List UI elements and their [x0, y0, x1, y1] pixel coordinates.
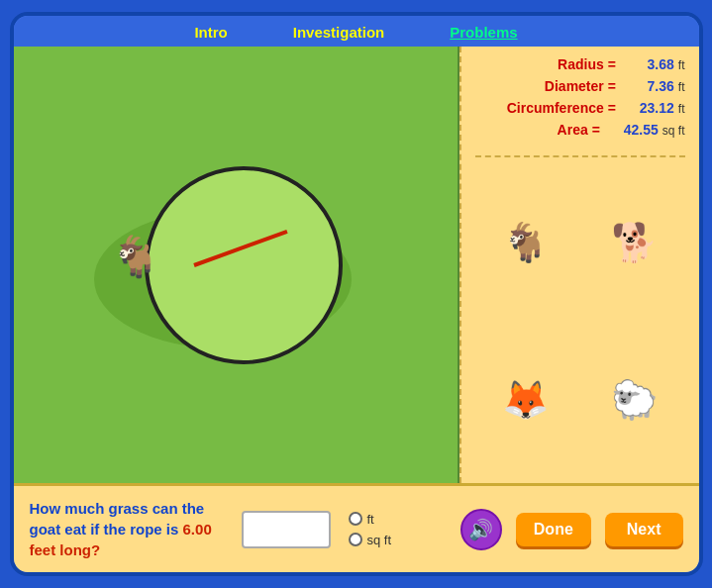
question-text: How much grass can the goat eat if the r… — [30, 498, 228, 560]
radius-row: Radius = 3.68 ft — [475, 56, 685, 72]
measurements-panel: Radius = 3.68 ft Diameter = 7.36 ft Circ… — [475, 56, 685, 138]
nav-bar: Intro Investigation Problems — [14, 16, 699, 47]
area-value: 42.55 — [604, 122, 659, 138]
bottom-strip: How much grass can the goat eat if the r… — [14, 483, 699, 572]
diameter-unit: ft — [678, 80, 685, 94]
question-normal: How much grass can the goat eat if the r… — [30, 500, 205, 538]
left-panel: 🐐 — [14, 47, 459, 483]
next-button[interactable]: Next — [605, 513, 683, 546]
circumference-unit: ft — [678, 102, 685, 116]
radio-ft[interactable]: ft — [349, 512, 392, 527]
diameter-row: Diameter = 7.36 ft — [475, 78, 685, 94]
unit-ft-label: ft — [367, 512, 374, 527]
divider — [475, 155, 685, 157]
radio-sqft[interactable]: sq ft — [349, 533, 392, 547]
animal-goat-gray: 🐐 — [475, 167, 576, 318]
tab-investigation[interactable]: Investigation — [275, 22, 403, 43]
animal-goat-red: 🦊 — [475, 326, 576, 476]
circumference-label: Circumference = — [507, 100, 616, 116]
radius-value: 3.68 — [620, 56, 674, 72]
answer-input[interactable] — [242, 511, 331, 548]
diameter-value: 7.36 — [620, 78, 674, 94]
main-goat: 🐐 — [111, 233, 160, 279]
radius-unit: ft — [678, 58, 685, 72]
area-label: Area = — [558, 122, 600, 138]
right-panel: Radius = 3.68 ft Diameter = 7.36 ft Circ… — [459, 47, 699, 483]
main-content: 🐐 Radius = 3.68 ft Diameter = 7.36 ft Ci… — [14, 47, 699, 483]
radio-btn-ft[interactable] — [349, 512, 362, 526]
diameter-label: Diameter = — [545, 78, 616, 94]
radio-btn-sqft[interactable] — [349, 533, 362, 546]
unit-sqft-label: sq ft — [367, 533, 392, 547]
speaker-button[interactable]: 🔊 — [460, 509, 502, 550]
tab-intro[interactable]: Intro — [176, 22, 245, 43]
area-row: Area = 42.55 sq ft — [475, 122, 685, 138]
tab-problems[interactable]: Problems — [432, 22, 535, 43]
animals-grid: 🐐 🐕 🦊 🐑 — [475, 167, 685, 475]
circumference-value: 23.12 — [620, 100, 674, 116]
radius-label: Radius = — [558, 56, 616, 72]
area-unit: sq ft — [662, 124, 685, 138]
unit-radio-group: ft sq ft — [349, 512, 392, 547]
done-button[interactable]: Done — [516, 513, 591, 546]
circle-area — [145, 166, 343, 364]
animal-goat-yellow: 🐕 — [584, 167, 685, 318]
animal-goat-white: 🐑 — [584, 326, 685, 476]
circumference-row: Circumference = 23.12 ft — [475, 100, 685, 116]
